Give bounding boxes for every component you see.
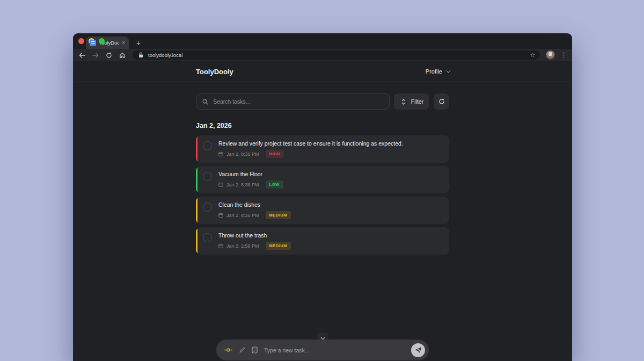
- desktop-background: ToolyDooly × + toolydooly.local: [0, 0, 644, 361]
- task-title: Throw out the trash: [218, 232, 442, 239]
- reload-icon[interactable]: [105, 52, 113, 59]
- new-task-composer: [216, 340, 429, 360]
- priority-tune-icon[interactable]: [224, 348, 232, 352]
- task-card[interactable]: Vacuum the Floor Jan 2, 8:36 PM LOW: [196, 166, 449, 193]
- address-bar[interactable]: toolydooly.local ☆: [132, 50, 540, 60]
- back-icon[interactable]: [78, 52, 86, 59]
- browser-window: ToolyDooly × + toolydooly.local: [73, 33, 572, 361]
- profile-label: Profile: [426, 68, 442, 75]
- task-card[interactable]: Clean the dishes Jan 2, 8:35 PM MEDIUM: [196, 197, 449, 224]
- task-checkbox[interactable]: [203, 141, 212, 150]
- task-card[interactable]: Review and verify project test case to e…: [196, 135, 449, 163]
- pen-icon[interactable]: [239, 347, 245, 353]
- profile-menu[interactable]: Profile: [426, 68, 449, 75]
- priority-badge: MEDIUM: [266, 211, 291, 219]
- date-group-heading: Jan 2, 2026: [196, 122, 449, 129]
- refresh-button[interactable]: [434, 93, 449, 110]
- note-icon[interactable]: [252, 346, 258, 353]
- site-header: ToolyDooly Profile: [73, 61, 572, 82]
- search-icon: [202, 98, 209, 105]
- task-card[interactable]: Throw out the trash Jan 2, 2:59 PM MEDIU…: [196, 227, 449, 255]
- task-checkbox[interactable]: [203, 203, 212, 212]
- priority-badge: HIGH: [266, 150, 284, 158]
- browser-profile-avatar[interactable]: [546, 50, 555, 60]
- task-list-section: Filter Jan 2, 2026 Review and ver: [196, 82, 449, 258]
- composer-bar: [216, 340, 429, 360]
- priority-accent-bar: [196, 197, 197, 224]
- maximize-window-button[interactable]: [99, 38, 105, 44]
- send-plane-icon: [415, 346, 422, 353]
- priority-badge: LOW: [266, 180, 283, 189]
- calendar-icon: [218, 151, 223, 156]
- refresh-icon: [438, 98, 445, 105]
- search-input[interactable]: [213, 98, 384, 105]
- url-text: toolydooly.local: [148, 52, 526, 58]
- task-cards: Review and verify project test case to e…: [196, 135, 449, 255]
- send-button[interactable]: [411, 343, 425, 357]
- sort-icon: [400, 98, 407, 105]
- task-title: Clean the dishes: [218, 201, 442, 208]
- search-box[interactable]: [196, 93, 390, 110]
- priority-accent-bar: [196, 227, 197, 255]
- filter-label: Filter: [411, 98, 423, 105]
- browser-tab-strip: ToolyDooly × +: [73, 33, 572, 49]
- task-time: Jan 2, 2:59 PM: [226, 243, 259, 249]
- calendar-icon: [218, 182, 223, 187]
- priority-badge: MEDIUM: [266, 242, 291, 250]
- chevron-down-icon: [446, 68, 450, 73]
- site-favicon-icon: [90, 40, 96, 46]
- browser-toolbar: toolydooly.local ☆ ⋮: [73, 49, 572, 61]
- calendar-icon: [218, 213, 223, 218]
- home-icon[interactable]: [119, 52, 126, 59]
- calendar-icon: [218, 243, 223, 248]
- task-title: Vacuum the Floor: [218, 171, 442, 177]
- page-content: ToolyDooly Profile: [73, 61, 572, 361]
- lock-icon: [137, 52, 144, 59]
- task-time: Jan 2, 8:35 PM: [226, 213, 259, 218]
- list-controls: Filter: [196, 93, 449, 110]
- priority-accent-bar: [196, 135, 197, 163]
- priority-accent-bar: [196, 166, 197, 193]
- app-title: ToolyDooly: [196, 68, 233, 76]
- task-title: Review and verify project test case to e…: [218, 140, 442, 147]
- tab-close-icon[interactable]: ×: [122, 40, 125, 46]
- new-tab-button[interactable]: +: [136, 39, 141, 47]
- task-checkbox[interactable]: [203, 233, 212, 242]
- new-task-input[interactable]: [264, 347, 405, 353]
- close-window-button[interactable]: [78, 38, 84, 44]
- bookmark-star-icon[interactable]: ☆: [530, 52, 535, 58]
- filter-button[interactable]: Filter: [394, 93, 429, 110]
- forward-icon[interactable]: [92, 52, 99, 59]
- task-time: Jan 2, 8:36 PM: [226, 182, 259, 187]
- task-checkbox[interactable]: [203, 172, 212, 181]
- task-time: Jan 2, 8:36 PM: [226, 151, 259, 157]
- browser-menu-icon[interactable]: ⋮: [561, 52, 567, 58]
